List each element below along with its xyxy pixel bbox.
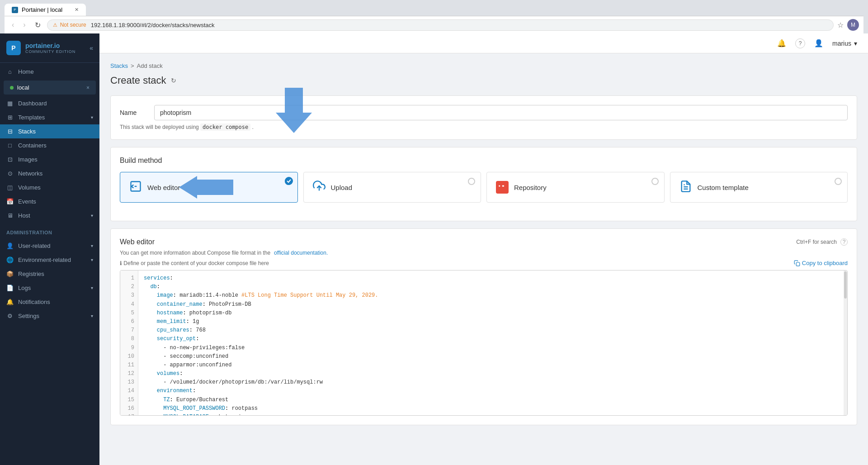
environment-related-icon: 🌐 [6,256,14,263]
copy-to-clipboard-button[interactable]: Copy to clipboard [794,260,848,266]
sidebar-item-user-related[interactable]: 👤 User-related ▾ [0,239,99,253]
sidebar-item-label-host: Host [18,212,30,219]
code-editor-inner: 1234567891011121314151617181920 services… [120,270,847,415]
sidebar-item-templates[interactable]: ⊞ Templates ▾ [0,110,99,124]
sidebar-item-label-notifications: Notifications [18,299,50,305]
code-line: security_opt: [144,335,842,343]
sidebar-env-item[interactable]: local × [4,81,96,95]
official-doc-link[interactable]: official documentation. [274,250,328,256]
code-line: TZ: Europe/Bucharest [144,396,842,404]
notification-bell-icon[interactable]: 🔔 [775,37,788,49]
help-icon[interactable]: ? [795,38,805,48]
profile-button[interactable]: M [847,19,859,31]
sidebar-item-stacks[interactable]: ⊟ Stacks [0,124,99,138]
build-method-card: Build method [110,147,857,221]
web-editor-checkmark-icon [285,177,293,185]
line-number: 7 [120,326,138,335]
line-number: 1 [120,274,138,283]
code-line: environment: [144,387,842,395]
sidebar-item-label-templates: Templates [18,114,45,121]
address-bar[interactable]: ⚠ Not secure 192.168.1.18:9000/#l/2/dock… [47,19,834,31]
user-profile-icon[interactable]: 👤 [812,37,825,49]
sidebar-item-registries[interactable]: 📦 Registries [0,267,99,281]
sidebar-collapse-button[interactable]: « [90,44,93,52]
line-number: 4 [120,300,138,309]
code-line: container_name: PhotoPrism-DB [144,300,842,309]
sidebar-item-settings[interactable]: ⚙ Settings ▾ [0,309,99,323]
scrollbar-thumb [844,271,847,299]
sidebar-item-images[interactable]: ⊡ Images [0,152,99,166]
back-button[interactable]: ‹ [9,20,17,30]
sidebar: P portainer.io COMMUNITY EDITION « ⌂ Hom… [0,33,99,465]
sidebar-item-label-logs: Logs [18,285,31,291]
svg-rect-8 [796,262,800,266]
scrollbar-track[interactable] [844,270,847,415]
code-line: - /volume1/docker/photoprism/db:/var/lib… [144,378,842,387]
code-line: volumes: [144,370,842,378]
dashboard-icon: ▦ [6,100,14,107]
notifications-icon: 🔔 [6,299,14,305]
define-row: ℹ Define or paste the content of your do… [120,260,848,266]
sidebar-item-notifications[interactable]: 🔔 Notifications [0,295,99,309]
home-icon: ⌂ [6,68,14,75]
logo-sub-text: COMMUNITY EDITION [25,49,75,54]
code-line: - apparmor:unconfined [144,361,842,370]
browser-tab-active[interactable]: P Portainer | local ✕ [5,4,86,16]
tab-favicon: P [12,7,18,13]
browser-tabs: P Portainer | local ✕ [5,4,863,16]
sidebar-item-volumes[interactable]: ◫ Volumes [0,180,99,195]
build-method-title: Build method [120,157,848,165]
sidebar-item-label-volumes: Volumes [18,184,41,191]
editor-header: Web editor Ctrl+F for search ? [120,238,848,246]
top-bar-user[interactable]: marius ▾ [832,40,857,47]
logs-expand-icon: ▾ [91,285,93,290]
sidebar-item-home[interactable]: ⌂ Home [0,65,99,79]
networks-icon: ⊙ [6,170,14,177]
events-icon: 📅 [6,198,14,205]
sidebar-item-logs[interactable]: 📄 Logs ▾ [0,281,99,295]
line-number: 17 [120,413,138,415]
editor-info: You can get more information about Compo… [120,250,848,256]
line-number: 6 [120,318,138,326]
sidebar-item-dashboard[interactable]: ▦ Dashboard [0,96,99,110]
code-line: cpu_shares: 768 [144,326,842,335]
tab-close-button[interactable]: ✕ [75,7,79,13]
breadcrumb-stacks-link[interactable]: Stacks [110,62,128,69]
custom-template-label: Custom template [698,184,749,191]
sidebar-item-containers[interactable]: □ Containers [0,138,99,152]
build-methods-grid: Web editor [120,172,848,203]
env-name-label: local [17,84,83,91]
build-method-upload[interactable]: Upload [303,172,481,203]
page-refresh-icon[interactable]: ↻ [171,77,176,84]
env-close-button[interactable]: × [86,85,90,91]
templates-expand-icon: ▾ [91,115,93,120]
host-icon: 🖥 [6,212,14,219]
reload-button[interactable]: ↻ [32,20,43,30]
line-number: 16 [120,404,138,413]
custom-template-icon [679,180,692,195]
sidebar-item-networks[interactable]: ⊙ Networks [0,166,99,180]
sidebar-item-events[interactable]: 📅 Events [0,195,99,209]
code-line: - seccomp:unconfined [144,352,842,361]
registries-icon: 📦 [6,270,14,277]
sidebar-item-host[interactable]: 🖥 Host ▾ [0,209,99,223]
code-line: - no-new-privileges:false [144,344,842,352]
forward-button[interactable]: › [20,20,28,30]
ctrl-f-hint: Ctrl+F for search [796,239,837,245]
ctrl-f-help-icon: ? [840,238,848,246]
left-arrow-annotation [179,176,233,199]
code-editor[interactable]: 1234567891011121314151617181920 services… [120,270,848,416]
name-form-row: Name [120,105,848,120]
build-method-web-editor[interactable]: Web editor [120,172,298,203]
name-input[interactable] [154,105,848,120]
name-label: Name [120,109,147,116]
web-editor-label: Web editor [147,184,180,191]
line-number: 3 [120,291,138,300]
bookmark-button[interactable]: ☆ [837,21,844,29]
build-method-repository[interactable]: Repository [486,172,665,203]
main-content: Stacks > Add stack Create stack ↻ N [99,53,868,465]
sidebar-item-environment-related[interactable]: 🌐 Environment-related ▾ [0,253,99,267]
build-method-custom-template[interactable]: Custom template [670,172,848,203]
svg-point-3 [285,177,293,185]
host-expand-icon: ▾ [91,213,93,218]
